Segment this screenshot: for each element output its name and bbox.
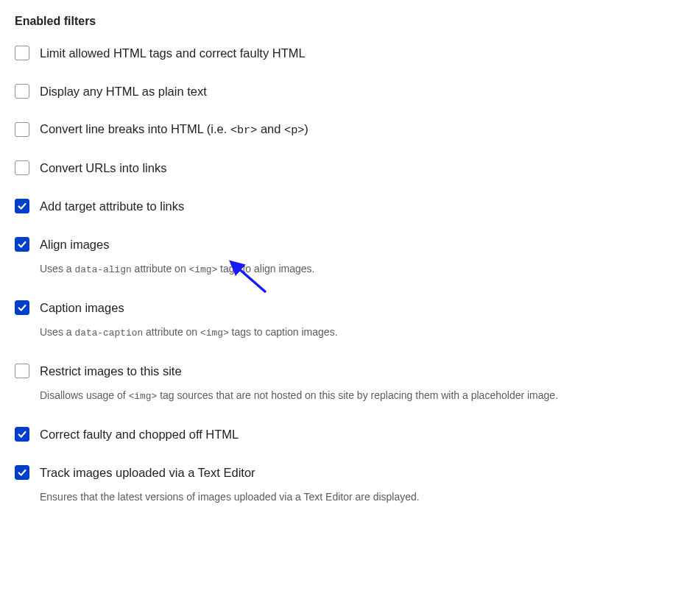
section-title: Enabled filters bbox=[15, 15, 680, 28]
filter-row: Add target attribute to links bbox=[15, 199, 680, 213]
filter-label[interactable]: Convert line breaks into HTML (i.e. <br>… bbox=[40, 122, 308, 137]
filter-checkbox[interactable] bbox=[15, 46, 29, 60]
filter-label[interactable]: Convert URLs into links bbox=[40, 161, 166, 175]
filter-checkbox[interactable] bbox=[15, 300, 29, 315]
filter-row: Convert URLs into links bbox=[15, 160, 680, 175]
filter-row: Convert line breaks into HTML (i.e. <br>… bbox=[15, 122, 680, 137]
check-icon bbox=[17, 429, 27, 439]
filter-description: Ensures that the latest versions of imag… bbox=[40, 490, 680, 505]
filter-main: Align images bbox=[15, 237, 680, 252]
filter-description: Disallows usage of <img> tag sources tha… bbox=[40, 389, 680, 403]
filter-main: Display any HTML as plain text bbox=[15, 84, 680, 99]
filters-list: Limit allowed HTML tags and correct faul… bbox=[15, 46, 680, 505]
filter-label[interactable]: Add target attribute to links bbox=[40, 199, 184, 213]
filter-checkbox[interactable] bbox=[15, 122, 29, 137]
filter-label[interactable]: Display any HTML as plain text bbox=[40, 85, 207, 99]
filter-main: Limit allowed HTML tags and correct faul… bbox=[15, 46, 680, 60]
filter-main: Correct faulty and chopped off HTML bbox=[15, 427, 680, 442]
check-icon bbox=[17, 239, 27, 249]
filter-main: Track images uploaded via a Text Editor bbox=[15, 465, 680, 480]
filter-label[interactable]: Correct faulty and chopped off HTML bbox=[40, 428, 239, 442]
filter-description: Uses a data-align attribute on <img> tag… bbox=[40, 262, 680, 277]
check-icon bbox=[17, 201, 27, 211]
filter-label[interactable]: Restrict images to this site bbox=[40, 364, 182, 378]
filters-container: Enabled filters Limit allowed HTML tags … bbox=[15, 15, 680, 505]
filter-main: Convert line breaks into HTML (i.e. <br>… bbox=[15, 122, 680, 137]
filter-row: Align imagesUses a data-align attribute … bbox=[15, 237, 680, 277]
filter-row: Track images uploaded via a Text EditorE… bbox=[15, 465, 680, 505]
filter-row: Caption imagesUses a data-caption attrib… bbox=[15, 300, 680, 340]
filter-row: Limit allowed HTML tags and correct faul… bbox=[15, 46, 680, 60]
filter-checkbox[interactable] bbox=[15, 364, 29, 378]
filter-checkbox[interactable] bbox=[15, 199, 29, 213]
check-icon bbox=[17, 302, 27, 313]
check-icon bbox=[17, 467, 27, 478]
filter-row: Display any HTML as plain text bbox=[15, 84, 680, 99]
filter-label[interactable]: Align images bbox=[40, 238, 109, 252]
filter-checkbox[interactable] bbox=[15, 160, 29, 175]
filter-main: Caption images bbox=[15, 300, 680, 315]
filter-description: Uses a data-caption attribute on <img> t… bbox=[40, 325, 680, 340]
filter-checkbox[interactable] bbox=[15, 237, 29, 252]
filter-label[interactable]: Track images uploaded via a Text Editor bbox=[40, 466, 255, 480]
filter-row: Correct faulty and chopped off HTML bbox=[15, 427, 680, 442]
filter-checkbox[interactable] bbox=[15, 427, 29, 442]
filter-label[interactable]: Limit allowed HTML tags and correct faul… bbox=[40, 46, 306, 60]
filter-checkbox[interactable] bbox=[15, 84, 29, 99]
filter-label[interactable]: Caption images bbox=[40, 301, 124, 315]
filter-main: Convert URLs into links bbox=[15, 160, 680, 175]
filter-row: Restrict images to this siteDisallows us… bbox=[15, 364, 680, 403]
filter-main: Add target attribute to links bbox=[15, 199, 680, 213]
filter-main: Restrict images to this site bbox=[15, 364, 680, 378]
filter-checkbox[interactable] bbox=[15, 465, 29, 480]
